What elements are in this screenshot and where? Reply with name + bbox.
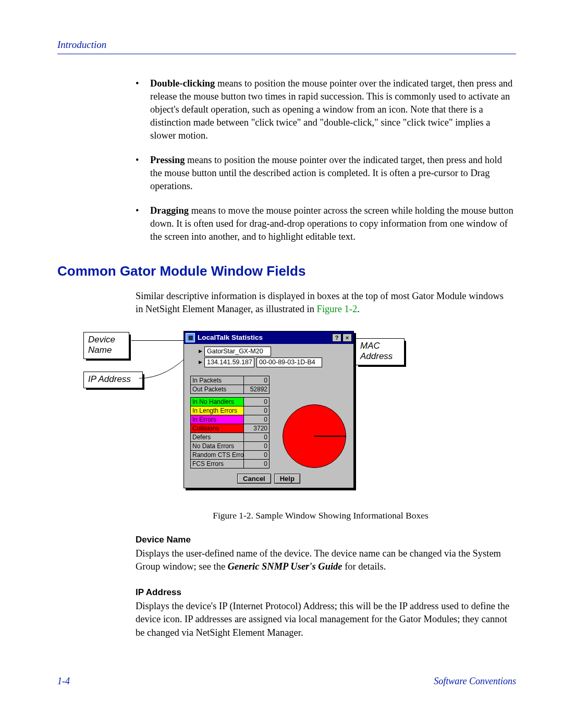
stat-label: Out Packets xyxy=(191,385,244,393)
stat-label: Defers xyxy=(191,433,244,441)
window-icon: ▧ xyxy=(186,333,195,342)
stat-row: In Length Errors0 xyxy=(191,406,269,415)
stat-value: 3720 xyxy=(244,424,269,433)
device-name-box: GatorStar_GX-M20 xyxy=(204,347,271,356)
book-reference: Generic SNMP User's Guide xyxy=(228,561,342,572)
heading-common-gator: Common Gator Module Window Fields xyxy=(57,263,516,279)
stat-label: In No Handlers xyxy=(191,398,244,406)
stat-row: Out Packets52892 xyxy=(191,385,269,393)
stat-value: 0 xyxy=(244,376,269,385)
definition-body: Displays the user-defined name of the de… xyxy=(136,547,511,574)
term: Double-clicking xyxy=(150,78,215,89)
stat-label: In Errors xyxy=(191,415,244,424)
stats-block-a: In Packets0Out Packets52892 xyxy=(190,376,270,394)
bullet-item: • Double-clicking means to position the … xyxy=(136,77,513,142)
callout-ip-address: IP Address xyxy=(83,372,143,388)
stat-value: 0 xyxy=(244,451,269,459)
stat-label: In Packets xyxy=(191,376,244,385)
stat-value: 0 xyxy=(244,442,269,450)
stat-row: Defers0 xyxy=(191,433,269,442)
stat-row: In Errors0 xyxy=(191,415,269,424)
figure-link[interactable]: Figure 1-2 xyxy=(317,304,358,314)
bullet-marker: • xyxy=(136,77,150,142)
stat-label: FCS Errors xyxy=(191,460,244,468)
term: Pressing xyxy=(150,155,185,165)
callout-mac-address: MAC Address xyxy=(356,338,405,366)
stat-label: No Data Errors xyxy=(191,442,244,450)
arrowhead-icon: ▸ xyxy=(198,347,202,356)
stat-row: In Packets0 xyxy=(191,376,269,385)
figure-1-2: Device Name IP Address MAC Address ▸ ▸ ◂… xyxy=(83,331,516,503)
page-footer: 1-4 Software Conventions xyxy=(57,676,516,687)
stat-value: 0 xyxy=(244,415,269,424)
stat-label: In Length Errors xyxy=(191,406,244,415)
stat-row: FCS Errors0 xyxy=(191,460,269,468)
bullet-item: • Dragging means to move the mouse point… xyxy=(136,204,513,243)
stat-value: 0 xyxy=(244,460,269,468)
close-button[interactable]: × xyxy=(342,334,352,342)
page-number: 1-4 xyxy=(57,676,70,687)
definition-title: Device Name xyxy=(136,535,516,545)
term: Dragging xyxy=(150,205,189,216)
stat-value: 52892 xyxy=(244,385,269,393)
bullet-marker: • xyxy=(136,154,150,193)
pie-chart xyxy=(283,404,346,468)
arrowhead-icon: ▸ xyxy=(198,357,202,367)
intro-paragraph: Similar descriptive information is displ… xyxy=(136,290,511,316)
mac-address-box: 00-00-89-03-1D-B4 xyxy=(256,357,322,367)
footer-section: Software Conventions xyxy=(434,676,516,687)
stat-row: Collisions3720 xyxy=(191,424,269,433)
stats-block-b: In No Handlers0In Length Errors0In Error… xyxy=(190,397,270,468)
running-header: Introduction xyxy=(57,39,516,54)
figure-caption: Figure 1-2. Sample Window Showing Inform… xyxy=(136,510,506,521)
stat-value: 0 xyxy=(244,433,269,441)
cancel-button[interactable]: Cancel xyxy=(237,474,271,484)
bullet-text: means to move the mouse pointer across t… xyxy=(150,205,513,242)
stat-row: No Data Errors0 xyxy=(191,442,269,451)
bullet-list: • Double-clicking means to position the … xyxy=(136,77,513,243)
definition-body: Displays the device's IP (Internet Proto… xyxy=(136,600,511,640)
definition-title: IP Address xyxy=(136,587,516,598)
stat-value: 0 xyxy=(244,406,269,415)
bullet-item: • Pressing means to position the mouse p… xyxy=(136,154,513,193)
stat-label: Collisions xyxy=(191,424,244,433)
stat-row: Random CTS Errors0 xyxy=(191,451,269,460)
ip-address-box: 134.141.59.187 xyxy=(204,357,254,367)
help-button[interactable]: ? xyxy=(332,334,341,342)
stat-value: 0 xyxy=(244,398,269,406)
window-title: LocalTalk Statistics xyxy=(198,334,263,341)
callout-device-name: Device Name xyxy=(83,332,129,360)
titlebar[interactable]: ▧ LocalTalk Statistics ? × xyxy=(184,331,353,344)
bullet-text: means to position the mouse pointer over… xyxy=(150,155,502,191)
stat-row: In No Handlers0 xyxy=(191,398,269,406)
sample-window: ▧ LocalTalk Statistics ? × ▸ GatorStar_G… xyxy=(183,331,354,488)
help-button[interactable]: Help xyxy=(274,474,300,484)
bullet-marker: • xyxy=(136,204,150,243)
stat-label: Random CTS Errors xyxy=(191,451,244,459)
